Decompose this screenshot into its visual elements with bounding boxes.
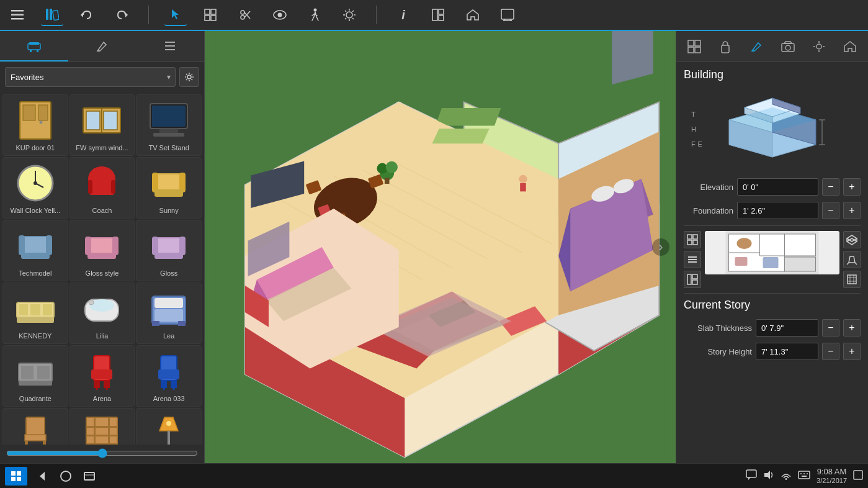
library-btn[interactable] xyxy=(41,4,63,26)
perspective-view-btn[interactable] xyxy=(843,251,861,268)
list-tab[interactable] xyxy=(136,31,204,61)
svg-rect-31 xyxy=(439,16,444,20)
list-item[interactable]: TV Set Stand xyxy=(136,94,202,156)
svg-rect-84 xyxy=(43,304,52,315)
elevation-input[interactable] xyxy=(737,178,818,196)
design-tab[interactable] xyxy=(68,31,136,61)
main-area: Favorites ▾ KUP door xyxy=(0,31,868,463)
foundation-increase-btn[interactable]: + xyxy=(843,202,861,219)
undo-btn[interactable] xyxy=(76,4,98,26)
back-btn[interactable] xyxy=(32,467,52,486)
layout-btn[interactable] xyxy=(427,4,449,26)
sun-tab[interactable] xyxy=(808,35,830,58)
list-item[interactable]: Arena xyxy=(69,345,135,407)
group-btn[interactable] xyxy=(199,4,221,26)
floor-list-view-btn[interactable] xyxy=(684,251,701,268)
svg-rect-218 xyxy=(763,257,779,268)
svg-rect-235 xyxy=(17,477,21,481)
list-item[interactable]: Lilia xyxy=(69,282,135,344)
svg-rect-96 xyxy=(19,381,52,386)
list-item[interactable] xyxy=(136,408,202,445)
svg-rect-201 xyxy=(693,235,697,239)
clock-date: 3/21/2017 xyxy=(817,477,847,485)
svg-rect-79 xyxy=(154,253,183,259)
list-item[interactable]: FW symm wind... xyxy=(69,94,135,156)
story-height-decrease-btn[interactable]: − xyxy=(822,343,839,360)
list-item[interactable]: Lea xyxy=(136,282,202,344)
svg-line-226 xyxy=(855,263,857,264)
foundation-input[interactable] xyxy=(737,202,818,219)
svg-marker-242 xyxy=(764,471,770,479)
keyboard-icon[interactable] xyxy=(798,471,810,482)
view-select-tab[interactable] xyxy=(683,35,705,58)
menu-btn[interactable] xyxy=(6,4,29,26)
camera-tab[interactable] xyxy=(777,35,799,58)
svg-rect-61 xyxy=(89,188,114,195)
svg-rect-170 xyxy=(520,183,526,191)
window-btn[interactable] xyxy=(79,467,99,486)
eye-btn[interactable] xyxy=(269,4,291,26)
svg-point-18 xyxy=(278,13,282,17)
elevation-decrease-btn[interactable]: − xyxy=(822,178,839,196)
list-item[interactable]: Arena 033 xyxy=(136,345,202,407)
home-circle-btn[interactable] xyxy=(56,467,76,486)
story-height-row: Story Height − + xyxy=(684,343,861,360)
network-icon[interactable] xyxy=(781,469,792,483)
svg-rect-115 xyxy=(86,435,117,436)
elevation-increase-btn[interactable]: + xyxy=(843,178,861,196)
list-item[interactable]: Gloss xyxy=(136,220,202,281)
story-height-input[interactable] xyxy=(756,343,818,360)
3d-view-btn[interactable] xyxy=(843,231,861,248)
canvas-expand-arrow[interactable]: › xyxy=(652,238,669,256)
slab-increase-btn[interactable]: + xyxy=(843,319,861,337)
export-btn[interactable] xyxy=(496,4,519,26)
furniture-tab[interactable] xyxy=(0,31,68,61)
select-btn[interactable] xyxy=(164,4,187,26)
home-tab[interactable] xyxy=(839,35,861,58)
svg-rect-63 xyxy=(111,180,115,194)
list-item[interactable]: Coach xyxy=(69,157,135,219)
left-panel-tabs xyxy=(0,31,204,62)
scissors-btn[interactable] xyxy=(234,4,256,26)
svg-rect-175 xyxy=(688,47,694,53)
floor-plan-thumbnail[interactable] xyxy=(705,231,839,274)
foundation-decrease-btn[interactable]: − xyxy=(822,202,839,219)
sun-btn[interactable] xyxy=(338,4,360,26)
notification-icon[interactable] xyxy=(853,470,863,482)
home2-btn[interactable] xyxy=(462,4,484,26)
story-height-increase-btn[interactable]: + xyxy=(843,343,861,360)
info-btn[interactable]: i xyxy=(392,4,414,26)
redo-btn[interactable] xyxy=(110,4,133,26)
system-clock[interactable]: 9:08 AM 3/21/2017 xyxy=(817,467,847,485)
svg-point-169 xyxy=(519,175,527,183)
list-item[interactable]: KUP door 01 xyxy=(2,94,68,156)
svg-rect-73 xyxy=(85,237,91,255)
floor-grid-view-btn[interactable] xyxy=(684,231,701,248)
size-slider[interactable] xyxy=(6,448,198,458)
lock-tab[interactable] xyxy=(714,35,736,58)
list-item[interactable]: Techmodel xyxy=(2,220,68,281)
list-item[interactable]: KENNEDY xyxy=(2,282,68,344)
settings-btn[interactable] xyxy=(179,67,199,87)
list-item[interactable] xyxy=(69,408,135,445)
list-item[interactable] xyxy=(2,408,68,445)
left-panel-header: Favorites ▾ xyxy=(0,62,204,92)
list-item[interactable]: Wall Clock Yell... xyxy=(2,157,68,219)
slab-decrease-btn[interactable]: − xyxy=(822,319,839,337)
walk-btn[interactable] xyxy=(303,4,326,26)
volume-icon[interactable] xyxy=(763,469,774,483)
edit-tab[interactable] xyxy=(745,35,767,58)
top-view-btn[interactable] xyxy=(843,271,861,288)
list-item[interactable]: Gloss style xyxy=(69,220,135,281)
category-dropdown[interactable]: Favorites ▾ xyxy=(5,67,176,87)
svg-rect-54 xyxy=(159,129,178,133)
slab-input[interactable] xyxy=(756,319,818,337)
item-label: Wall Clock Yell... xyxy=(7,207,63,214)
category-dropdown-wrapper[interactable]: Favorites ▾ xyxy=(5,67,176,87)
list-item[interactable]: Sunny xyxy=(136,157,202,219)
list-item[interactable]: Quadrante xyxy=(2,345,68,407)
start-button[interactable] xyxy=(5,467,27,486)
floor-detail-view-btn[interactable] xyxy=(684,271,701,288)
axis-f: F xyxy=(691,140,696,148)
chat-icon[interactable] xyxy=(746,469,757,483)
